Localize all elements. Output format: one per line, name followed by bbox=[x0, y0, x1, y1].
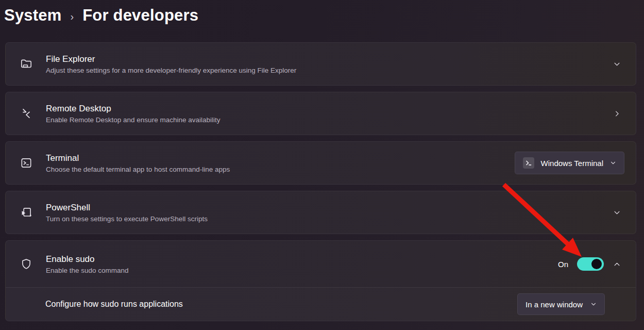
sudo-run-mode-dropdown[interactable]: In a new window bbox=[517, 293, 605, 315]
chevron-down-icon[interactable] bbox=[609, 60, 624, 68]
toggle-state-label: On bbox=[558, 260, 568, 269]
sudo-toggle[interactable] bbox=[577, 257, 604, 271]
card-title: Enable sudo bbox=[46, 254, 558, 265]
windows-terminal-glyph bbox=[523, 157, 534, 169]
card-description: Enable the sudo command bbox=[46, 267, 558, 274]
card-terminal[interactable]: Terminal Choose the default terminal app… bbox=[5, 141, 636, 185]
card-description: Choose the default terminal app to host … bbox=[46, 166, 515, 173]
card-title: Remote Desktop bbox=[46, 104, 609, 114]
shield-icon bbox=[19, 257, 33, 271]
breadcrumb-chevron-icon: › bbox=[71, 9, 74, 23]
terminal-icon bbox=[19, 156, 33, 170]
chevron-up-icon[interactable] bbox=[609, 260, 624, 268]
enable-sudo-header[interactable]: Enable sudo Enable the sudo command On bbox=[6, 241, 636, 287]
card-title: Terminal bbox=[46, 153, 515, 163]
powershell-icon bbox=[19, 206, 33, 219]
chevron-down-icon bbox=[610, 160, 616, 166]
sudo-dropdown-value: In a new window bbox=[526, 300, 583, 309]
terminal-dropdown-value: Windows Terminal bbox=[541, 159, 603, 168]
remote-desktop-icon bbox=[19, 107, 33, 120]
breadcrumb-system[interactable]: System bbox=[4, 6, 62, 25]
toggle-knob bbox=[591, 259, 602, 269]
card-description: Turn on these settings to execute PowerS… bbox=[46, 215, 609, 223]
sudo-configure-label: Configure how sudo runs applications bbox=[45, 300, 517, 309]
card-description: Enable Remote Desktop and ensure machine… bbox=[46, 116, 609, 124]
chevron-right-icon[interactable] bbox=[609, 110, 624, 118]
card-enable-sudo: Enable sudo Enable the sudo command On C… bbox=[5, 240, 636, 321]
card-powershell[interactable]: PowerShell Turn on these settings to exe… bbox=[5, 191, 636, 234]
breadcrumb: System › For developers bbox=[4, 6, 198, 25]
card-remote-desktop[interactable]: Remote Desktop Enable Remote Desktop and… bbox=[5, 92, 636, 135]
chevron-down-icon[interactable] bbox=[609, 209, 624, 217]
terminal-app-dropdown[interactable]: Windows Terminal bbox=[515, 152, 624, 174]
card-description: Adjust these settings for a more develop… bbox=[46, 67, 609, 74]
card-title: PowerShell bbox=[46, 203, 609, 213]
folder-icon bbox=[19, 57, 33, 71]
chevron-down-icon bbox=[590, 301, 597, 307]
card-file-explorer[interactable]: File Explorer Adjust these settings for … bbox=[5, 42, 636, 86]
page-title: For developers bbox=[82, 6, 198, 25]
settings-card-list: File Explorer Adjust these settings for … bbox=[5, 42, 636, 321]
sudo-configure-row: Configure how sudo runs applications In … bbox=[6, 288, 636, 321]
card-title: File Explorer bbox=[46, 54, 609, 64]
